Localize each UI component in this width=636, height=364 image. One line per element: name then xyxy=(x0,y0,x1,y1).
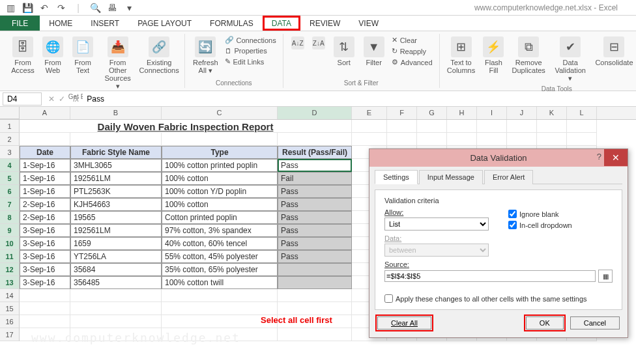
cancel-button[interactable]: Cancel xyxy=(570,316,620,329)
range-picker-button[interactable]: ▦ xyxy=(598,270,613,283)
name-box[interactable] xyxy=(3,92,42,105)
cell-date[interactable]: 2-Sep-16 xyxy=(20,198,70,211)
cell[interactable] xyxy=(507,120,537,133)
row-header-3[interactable]: 3 xyxy=(0,146,20,159)
cell[interactable] xyxy=(70,315,162,328)
cell-result[interactable]: Pass xyxy=(278,211,352,224)
cell-date[interactable]: 2-Sep-16 xyxy=(20,211,70,224)
row-header-14[interactable]: 14 xyxy=(0,289,20,302)
cell-date[interactable]: 3-Sep-16 xyxy=(20,224,70,237)
dialog-tab-settings[interactable]: Settings xyxy=(375,170,418,184)
existing-conn-button[interactable]: 🔗Existing Connections xyxy=(139,35,179,76)
cell[interactable] xyxy=(20,289,70,302)
incell-dropdown-checkbox[interactable]: In-cell dropdown xyxy=(508,221,572,229)
row-header-17[interactable]: 17 xyxy=(0,328,20,341)
tab-insert[interactable]: INSERT xyxy=(81,16,128,31)
reapply-button[interactable]: ↻Reapply xyxy=(390,46,434,56)
row-header-13[interactable]: 13 xyxy=(0,276,20,289)
cell-style[interactable]: KJH54663 xyxy=(70,198,162,211)
header-date[interactable]: Date xyxy=(20,146,70,159)
cell-style[interactable]: 3MHL3065 xyxy=(70,159,162,172)
advanced-button[interactable]: ⚙Advanced xyxy=(390,57,434,67)
cell[interactable] xyxy=(70,133,162,146)
row-header-9[interactable]: 9 xyxy=(0,224,20,237)
cell[interactable] xyxy=(387,120,417,133)
apply-all-checkbox[interactable]: Apply these changes to all other cells w… xyxy=(384,294,613,303)
source-input[interactable] xyxy=(384,270,596,282)
ignore-blank-checkbox[interactable]: Ignore blank xyxy=(508,210,572,218)
cell[interactable] xyxy=(477,120,507,133)
cell[interactable] xyxy=(567,133,597,146)
edit-links-button[interactable]: ✎Edit Links xyxy=(224,57,278,66)
cell[interactable] xyxy=(278,289,352,302)
clear-all-button[interactable]: Clear All xyxy=(377,316,431,329)
cell-date[interactable]: 3-Sep-16 xyxy=(20,276,70,289)
column-header-D[interactable]: D xyxy=(278,107,352,119)
row-header-8[interactable]: 8 xyxy=(0,211,20,224)
row-header-5[interactable]: 5 xyxy=(0,172,20,185)
column-header-F[interactable]: F xyxy=(387,107,417,119)
filter-button[interactable]: ▼Filter xyxy=(360,35,388,68)
cell-style[interactable]: PTL2563K xyxy=(70,185,162,198)
from-web-button[interactable]: 🌐From Web xyxy=(39,35,66,76)
cell[interactable] xyxy=(352,133,387,146)
cell-style[interactable]: 192561LM xyxy=(70,172,162,185)
enter-formula-icon[interactable]: ✓ xyxy=(59,94,65,104)
dialog-help-icon[interactable]: ? xyxy=(597,152,601,161)
connections-button[interactable]: 🔗Connections xyxy=(224,35,278,45)
header-style[interactable]: Fabric Style Name xyxy=(70,146,162,159)
cell-date[interactable]: 3-Sep-16 xyxy=(20,263,70,276)
cell[interactable] xyxy=(162,302,278,315)
row-header-10[interactable]: 10 xyxy=(0,237,20,250)
row-header-7[interactable]: 7 xyxy=(0,198,20,211)
sort-button[interactable]: ⇅Sort xyxy=(330,35,358,68)
row-header-11[interactable]: 11 xyxy=(0,250,20,263)
cell[interactable] xyxy=(417,133,447,146)
cell-type[interactable]: 97% cotton, 3% spandex xyxy=(162,224,278,237)
cell[interactable] xyxy=(567,120,597,133)
from-other-button[interactable]: 📥From Other Sources ▾ xyxy=(99,35,136,92)
cell[interactable] xyxy=(537,120,567,133)
cell-date[interactable]: 1-Sep-16 xyxy=(20,159,70,172)
column-header-E[interactable]: E xyxy=(352,107,387,119)
cell-type[interactable]: 100% cotton xyxy=(162,172,278,185)
tab-data[interactable]: DATA xyxy=(263,16,300,31)
report-title[interactable]: Daily Woven Fabric Inspection Report xyxy=(20,120,352,133)
cell-style[interactable]: YT256LA xyxy=(70,250,162,263)
column-header-G[interactable]: G xyxy=(417,107,447,119)
sort-za-button[interactable]: Z↓A xyxy=(310,35,328,51)
cell-result[interactable]: Pass xyxy=(278,185,352,198)
cell-style[interactable]: 1659 xyxy=(70,237,162,250)
row-header-6[interactable]: 6 xyxy=(0,185,20,198)
cancel-formula-icon[interactable]: ✕ xyxy=(48,94,55,104)
column-header-J[interactable]: J xyxy=(507,107,537,119)
qat-more-icon[interactable]: ▾ xyxy=(124,3,134,13)
row-header-1[interactable]: 1 xyxy=(0,120,20,133)
cell-result[interactable] xyxy=(278,276,352,289)
cell-type[interactable]: 100% cotton printed poplin xyxy=(162,159,278,172)
cell[interactable] xyxy=(507,133,537,146)
cell-type[interactable]: 100% cotton twill xyxy=(162,276,278,289)
header-result[interactable]: Result (Pass/Fail) xyxy=(278,146,352,159)
cell-result[interactable]: Pass xyxy=(278,159,352,172)
cell[interactable] xyxy=(278,302,352,315)
cell-date[interactable]: 3-Sep-16 xyxy=(20,237,70,250)
column-header-K[interactable]: K xyxy=(537,107,567,119)
cell-style[interactable]: 35684 xyxy=(70,263,162,276)
row-header-15[interactable]: 15 xyxy=(0,302,20,315)
cell-result[interactable] xyxy=(278,263,352,276)
ok-button[interactable]: OK xyxy=(526,316,564,329)
cell[interactable] xyxy=(20,315,70,328)
cell[interactable] xyxy=(278,328,352,341)
cell-type[interactable]: 35% cotton, 65% polyester xyxy=(162,263,278,276)
cell-type[interactable]: 55% cotton, 45% polyester xyxy=(162,250,278,263)
column-header-L[interactable]: L xyxy=(567,107,597,119)
row-header-12[interactable]: 12 xyxy=(0,263,20,276)
formula-input[interactable] xyxy=(83,93,636,105)
from-text-button[interactable]: 📄From Text xyxy=(69,35,96,76)
tab-formulas[interactable]: FORMULAS xyxy=(201,16,263,31)
row-header-16[interactable]: 16 xyxy=(0,315,20,328)
save-icon[interactable]: 💾 xyxy=(22,3,33,13)
header-type[interactable]: Type xyxy=(162,146,278,159)
cell-style[interactable]: 19565 xyxy=(70,211,162,224)
